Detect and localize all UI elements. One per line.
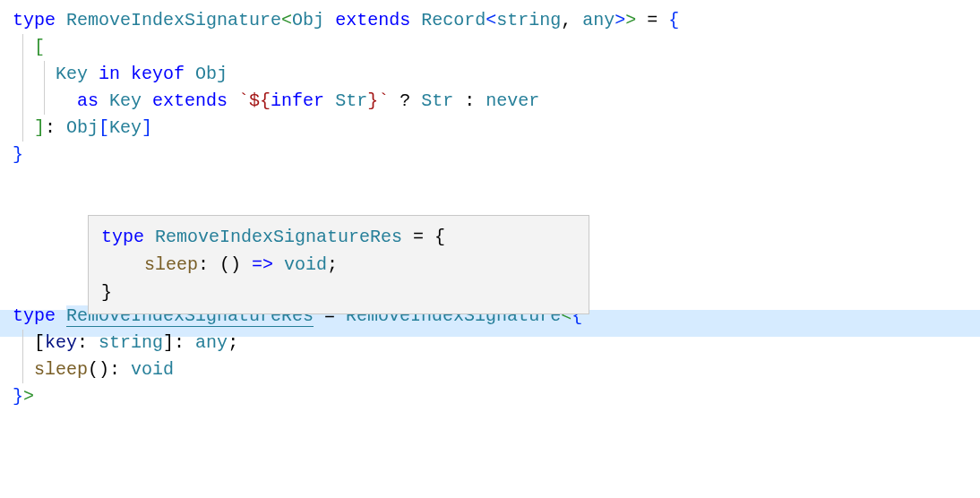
keyword-keyof: keyof xyxy=(131,64,185,84)
keyword-as: as xyxy=(77,90,99,111)
keyword-infer: infer xyxy=(271,90,324,111)
indent-guide xyxy=(44,88,45,115)
keyword-extends: extends xyxy=(142,90,238,111)
generic-param: Obj xyxy=(292,10,324,30)
type-record: Record xyxy=(421,10,486,30)
bracket-close: ] xyxy=(142,117,152,138)
indent-guide xyxy=(22,61,23,88)
keyword-any: any xyxy=(582,10,615,30)
tooltip-line: type RemoveIndexSignatureRes = { xyxy=(101,223,576,251)
keyword-type: type xyxy=(13,10,56,30)
code-line[interactable]: type RemoveIndexSignature<Obj extends Re… xyxy=(13,7,967,34)
brace-close: } xyxy=(13,144,23,165)
code-line[interactable]: Key in keyof Obj xyxy=(13,61,967,88)
keyword-any: any xyxy=(195,332,228,353)
bracket-open: [ xyxy=(99,117,109,138)
keyword-never: never xyxy=(486,90,539,111)
code-line[interactable]: } xyxy=(13,142,967,168)
angle-bracket: < xyxy=(281,10,292,30)
brace-close: } xyxy=(13,386,23,407)
type-obj: Obj xyxy=(195,64,228,84)
type-obj: Obj xyxy=(66,117,99,138)
code-line[interactable]: [key: string]: any; xyxy=(13,330,967,356)
keyword-string: string xyxy=(496,10,561,30)
indent-guide xyxy=(22,356,23,383)
keyword-type: type xyxy=(13,305,56,326)
bracket-close: ] xyxy=(34,117,45,138)
bracket-open: [ xyxy=(34,332,45,353)
bracket-close: ] xyxy=(163,332,174,353)
type-hover-tooltip[interactable]: type RemoveIndexSignatureRes = { sleep: … xyxy=(88,215,589,314)
code-line[interactable]: [ xyxy=(13,34,967,61)
code-line[interactable]: ]: Obj[Key] xyxy=(13,115,967,142)
bracket-open: [ xyxy=(34,37,45,57)
keyword-extends: extends xyxy=(335,10,410,30)
angle-bracket: > xyxy=(625,10,636,30)
identifier-str: Str xyxy=(335,90,367,111)
keyword-string: string xyxy=(99,332,163,353)
indent-guide xyxy=(22,115,23,142)
identifier-key: Key xyxy=(109,90,142,111)
tooltip-line: sleep: () => void; xyxy=(101,251,576,279)
type-identifier: RemoveIndexSignature xyxy=(66,10,281,30)
identifier-key: Key xyxy=(109,117,142,138)
angle-bracket: > xyxy=(615,10,625,30)
code-line[interactable]: sleep(): void xyxy=(13,356,967,383)
identifier-str: Str xyxy=(421,90,453,111)
index-key-label: key xyxy=(45,332,77,353)
code-line[interactable]: }> xyxy=(13,383,967,410)
method-name: sleep xyxy=(34,359,88,380)
angle-bracket: < xyxy=(486,10,496,30)
brace-open: { xyxy=(668,10,679,30)
indent-guide xyxy=(22,330,23,356)
angle-bracket: > xyxy=(23,386,34,407)
tooltip-line: } xyxy=(101,279,576,306)
keyword-void: void xyxy=(131,359,174,380)
indent-guide xyxy=(44,61,45,88)
indent-guide xyxy=(22,88,23,115)
code-line[interactable]: as Key extends `${infer Str}` ? Str : ne… xyxy=(13,88,967,115)
indent-guide xyxy=(22,34,23,61)
identifier-key: Key xyxy=(56,64,88,84)
